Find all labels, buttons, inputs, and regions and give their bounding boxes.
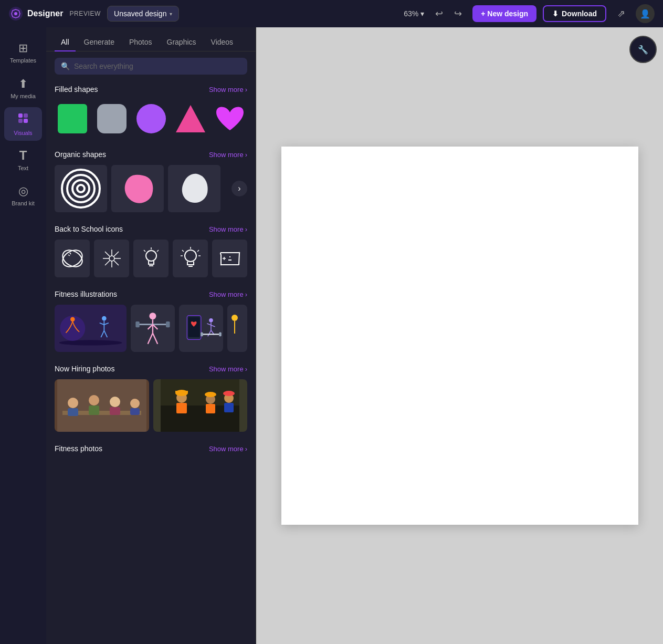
main-area: ⊞ Templates ⬆ My media Visuals T Text ◎ [0,27,663,644]
svg-line-58 [148,333,153,344]
search-input[interactable] [74,62,241,70]
organic-shapes-show-more[interactable]: Show more › [209,151,247,159]
svg-rect-93 [206,404,215,413]
sidebar-item-my-media[interactable]: ⬆ My media [4,71,42,105]
shape-pink-triangle[interactable] [173,100,208,138]
tab-generate[interactable]: Generate [78,34,121,51]
svg-line-16 [70,253,71,254]
shape-purple-circle[interactable] [133,100,169,138]
svg-line-51 [101,330,104,337]
tab-photos[interactable]: Photos [123,34,159,51]
zoom-control[interactable]: 63% ▾ [404,9,424,18]
svg-point-46 [70,317,75,322]
search-icon: 🔍 [61,62,70,70]
organic-shapes-next-btn[interactable]: › [231,181,247,196]
svg-line-17 [68,255,70,256]
canvas-area [256,27,663,644]
now-hiring-show-more[interactable]: Show more › [209,365,247,373]
svg-point-15 [59,247,85,270]
icon-neuron[interactable] [94,240,129,277]
topbar: Designer PREVIEW Unsaved design ▾ 63% ▾ … [0,0,663,27]
sidebar-visuals-label: Visuals [14,130,32,136]
shape-gray-rect[interactable] [94,100,129,138]
svg-point-92 [205,392,216,397]
sidebar-item-visuals[interactable]: Visuals [4,107,42,141]
fitness-illustrations-header: Fitness illustrations Show more › [55,290,247,298]
tab-videos[interactable]: Videos [205,34,240,51]
app-title: Designer [27,9,63,18]
organic-shape-white-blob[interactable] [168,165,220,212]
user-avatar-button[interactable]: 👤 [636,4,655,23]
svg-rect-2 [18,113,23,118]
back-to-school-header: Back to School icons Show more › [55,225,247,233]
organic-shape-bullseye[interactable] [55,165,107,212]
organic-shapes-header: Organic shapes Show more › [55,150,247,159]
fitness-illustrations-show-more[interactable]: Show more › [209,290,247,298]
share-button[interactable]: ⇗ [613,5,629,22]
chevron-down-icon: ▾ [170,11,172,17]
svg-marker-9 [176,105,205,132]
panel-tabs: All Generate Photos Graphics Videos [46,27,256,51]
search-wrap[interactable]: 🔍 [55,58,247,75]
svg-point-95 [223,391,235,396]
tab-all[interactable]: All [55,34,76,51]
svg-rect-57 [166,321,170,327]
svg-line-61 [153,325,157,329]
design-name-button[interactable]: Unsaved design ▾ [107,6,179,22]
svg-rect-7 [97,104,127,133]
svg-line-68 [208,330,211,336]
fitness-illus-yoga[interactable] [55,305,127,352]
topbar-icons: ⇗ [613,5,629,22]
chevron-right-icon: › [245,86,247,94]
sidebar-item-templates[interactable]: ⊞ Templates [4,36,42,69]
icon-baseball-stitch[interactable] [55,240,90,277]
download-button[interactable]: ⬇ Download [543,5,606,22]
designer-logo-icon [8,6,23,21]
svg-line-26 [114,261,119,265]
floating-avatar[interactable]: 🔧 [629,36,657,63]
tab-graphics[interactable]: Graphics [161,34,203,51]
organic-shape-pink-blob[interactable] [111,165,164,212]
sidebar-item-brand-kit[interactable]: ◎ Brand kit [4,179,42,212]
svg-rect-4 [18,119,23,123]
new-design-label: + New design [481,9,528,18]
icon-lightbulb-small[interactable] [133,240,169,277]
svg-line-59 [153,333,157,344]
filled-shapes-show-more[interactable]: Show more › [209,86,247,94]
now-hiring-title: Now Hiring photos [55,365,114,373]
fitness-illus-extra[interactable] [227,305,247,352]
shape-green-rect[interactable] [55,100,90,138]
sidebar-templates-label: Templates [10,57,36,64]
panel-content: Filled shapes Show more › [46,81,256,644]
avatar-initials: 🔧 [638,45,648,55]
photo-construction-workers[interactable] [153,379,248,432]
fitness-photos-show-more[interactable]: Show more › [209,445,247,453]
svg-rect-96 [224,403,234,412]
fitness-illus-weights[interactable] [131,305,175,352]
icon-keyboard[interactable] [212,240,247,277]
svg-line-35 [197,250,199,252]
filled-shapes-header: Filled shapes Show more › [55,85,247,94]
svg-point-12 [72,180,89,197]
redo-button[interactable]: ↪ [449,5,466,22]
svg-point-11 [67,175,94,202]
svg-point-13 [77,185,85,192]
icon-lightbulb-large[interactable] [173,240,208,277]
logo-area: Designer [8,6,63,21]
svg-line-31 [144,250,145,252]
fitness-photos-header: Fitness photos Show more › [55,444,247,453]
svg-rect-5 [24,119,28,123]
sidebar-item-text[interactable]: T Text [4,143,42,176]
fitness-illustrations-title: Fitness illustrations [55,290,117,298]
back-to-school-show-more[interactable]: Show more › [209,225,247,233]
svg-line-23 [105,252,110,256]
svg-rect-6 [58,104,87,133]
design-name-label: Unsaved design [114,9,166,18]
svg-line-25 [105,261,110,265]
svg-line-50 [104,323,109,325]
fitness-illus-tracker[interactable] [179,305,223,352]
new-design-button[interactable]: + New design [472,5,536,22]
photo-office-team[interactable] [55,379,149,432]
undo-button[interactable]: ↩ [430,5,447,22]
shape-magenta-heart[interactable] [212,100,247,138]
